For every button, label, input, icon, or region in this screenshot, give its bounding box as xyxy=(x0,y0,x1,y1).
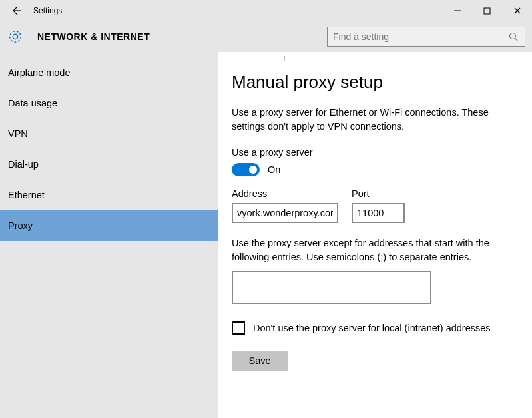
section-description: Use a proxy server for Ethernet or Wi-Fi… xyxy=(232,106,505,134)
sidebar-item-label: VPN xyxy=(8,128,28,139)
sidebar-item-label: Airplane mode xyxy=(8,67,71,78)
maximize-icon xyxy=(483,7,491,15)
window-title: Settings xyxy=(33,6,62,15)
content-pane: Manual proxy setup Use a proxy server fo… xyxy=(218,52,532,418)
port-label: Port xyxy=(352,188,405,199)
back-button[interactable] xyxy=(3,0,29,21)
search-input[interactable] xyxy=(333,31,507,42)
port-input[interactable] xyxy=(352,203,405,223)
address-label: Address xyxy=(232,188,338,199)
search-box[interactable] xyxy=(327,27,525,47)
close-icon xyxy=(513,7,521,15)
sidebar-item-label: Proxy xyxy=(8,220,33,231)
svg-point-2 xyxy=(10,31,21,43)
sidebar-item-data-usage[interactable]: Data usage xyxy=(0,88,218,118)
sidebar: Airplane mode Data usage VPN Dial-up Eth… xyxy=(0,52,218,418)
sidebar-item-label: Ethernet xyxy=(8,190,45,200)
settings-gear-icon xyxy=(8,29,23,44)
sidebar-item-ethernet[interactable]: Ethernet xyxy=(0,180,218,210)
sidebar-item-dial-up[interactable]: Dial-up xyxy=(0,149,218,180)
use-proxy-label: Use a proxy server xyxy=(232,147,513,158)
toggle-thumb xyxy=(249,166,257,174)
sidebar-item-label: Dial-up xyxy=(8,159,39,170)
local-addresses-label: Don't use the proxy server for local (in… xyxy=(253,323,491,333)
svg-point-3 xyxy=(510,33,516,39)
search-icon xyxy=(507,32,519,41)
maximize-button[interactable] xyxy=(472,0,502,21)
sidebar-item-airplane-mode[interactable]: Airplane mode xyxy=(0,57,218,88)
toggle-state-label: On xyxy=(268,164,280,175)
sidebar-item-proxy[interactable]: Proxy xyxy=(0,210,218,241)
exceptions-label: Use the proxy server except for addresse… xyxy=(232,236,511,264)
back-arrow-icon xyxy=(10,5,22,17)
svg-rect-0 xyxy=(484,8,490,14)
local-addresses-checkbox[interactable] xyxy=(232,321,245,335)
sidebar-item-vpn[interactable]: VPN xyxy=(0,118,218,149)
address-input[interactable] xyxy=(232,203,338,223)
minimize-button[interactable] xyxy=(442,0,472,21)
section-title: Manual proxy setup xyxy=(232,72,513,93)
page-title: NETWORK & INTERNET xyxy=(37,31,150,42)
sidebar-item-label: Data usage xyxy=(8,98,57,108)
use-proxy-toggle[interactable] xyxy=(232,163,260,176)
previous-section-cutoff xyxy=(232,56,285,61)
page-header: NETWORK & INTERNET xyxy=(0,21,532,52)
svg-point-1 xyxy=(13,34,17,39)
save-button[interactable]: Save xyxy=(232,351,288,371)
titlebar: Settings xyxy=(0,0,532,21)
close-button[interactable] xyxy=(502,0,532,21)
minimize-icon xyxy=(453,7,461,15)
exceptions-input[interactable] xyxy=(232,271,431,304)
